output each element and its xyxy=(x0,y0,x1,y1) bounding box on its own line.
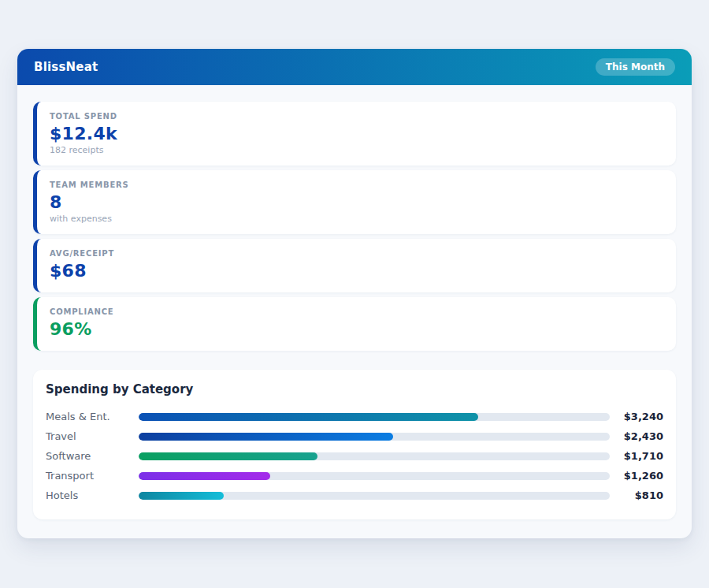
chart-row: Software $1,710 xyxy=(46,446,663,466)
stat-label: TOTAL SPEND xyxy=(50,112,663,121)
stat-value: $68 xyxy=(50,261,663,281)
spending-chart-card: Spending by Category Meals & Ent. $3,240… xyxy=(33,370,676,519)
stat-sublabel: 182 receipts xyxy=(50,145,663,155)
chart-category-label: Meals & Ent. xyxy=(46,411,139,422)
period-badge[interactable]: This Month xyxy=(596,58,675,76)
stat-card: TOTAL SPEND $12.4k 182 receipts xyxy=(33,102,676,166)
bar-track xyxy=(139,452,610,460)
stat-label: TEAM MEMBERS xyxy=(50,180,663,189)
bar-fill xyxy=(139,413,478,421)
chart-row: Meals & Ent. $3,240 xyxy=(46,407,663,426)
bar-fill xyxy=(139,433,393,441)
stat-value: 8 xyxy=(50,192,663,212)
bar-fill xyxy=(139,492,224,500)
stat-value: 96% xyxy=(50,319,663,339)
stat-card: AVG/RECEIPT $68 xyxy=(33,239,676,292)
app-header: BlissNeat This Month xyxy=(17,49,692,85)
chart-value-label: $3,240 xyxy=(610,411,663,422)
bar-track xyxy=(139,492,610,500)
chart-value-label: $1,710 xyxy=(610,450,663,462)
chart-value-label: $1,260 xyxy=(610,470,663,482)
stat-label: AVG/RECEIPT xyxy=(50,249,663,258)
stat-sublabel: with expenses xyxy=(50,214,663,224)
chart-rows: Meals & Ent. $3,240 Travel $2,430 Softwa… xyxy=(46,407,663,505)
stat-value: $12.4k xyxy=(50,124,663,143)
chart-category-label: Hotels xyxy=(46,489,139,501)
chart-category-label: Software xyxy=(46,450,139,462)
stats-list: TOTAL SPEND $12.4k 182 receipts TEAM MEM… xyxy=(33,102,676,351)
bar-fill xyxy=(139,472,270,480)
stat-label: COMPLIANCE xyxy=(50,307,663,316)
dashboard-panel: BlissNeat This Month TOTAL SPEND $12.4k … xyxy=(17,49,692,538)
chart-title: Spending by Category xyxy=(46,382,663,396)
chart-category-label: Travel xyxy=(46,430,139,442)
chart-row: Travel $2,430 xyxy=(46,426,663,446)
bar-track xyxy=(139,472,610,480)
chart-value-label: $2,430 xyxy=(610,430,663,442)
chart-value-label: $810 xyxy=(610,489,663,501)
stat-card: COMPLIANCE 96% xyxy=(33,297,676,351)
bar-fill xyxy=(139,452,317,460)
chart-category-label: Transport xyxy=(46,470,139,482)
dashboard-content: TOTAL SPEND $12.4k 182 receipts TEAM MEM… xyxy=(17,85,692,538)
bar-track xyxy=(139,433,610,441)
bar-track xyxy=(139,413,610,421)
chart-row: Transport $1,260 xyxy=(46,466,663,486)
chart-row: Hotels $810 xyxy=(46,486,663,505)
app-title: BlissNeat xyxy=(34,60,98,74)
stat-card: TEAM MEMBERS 8 with expenses xyxy=(33,170,676,234)
